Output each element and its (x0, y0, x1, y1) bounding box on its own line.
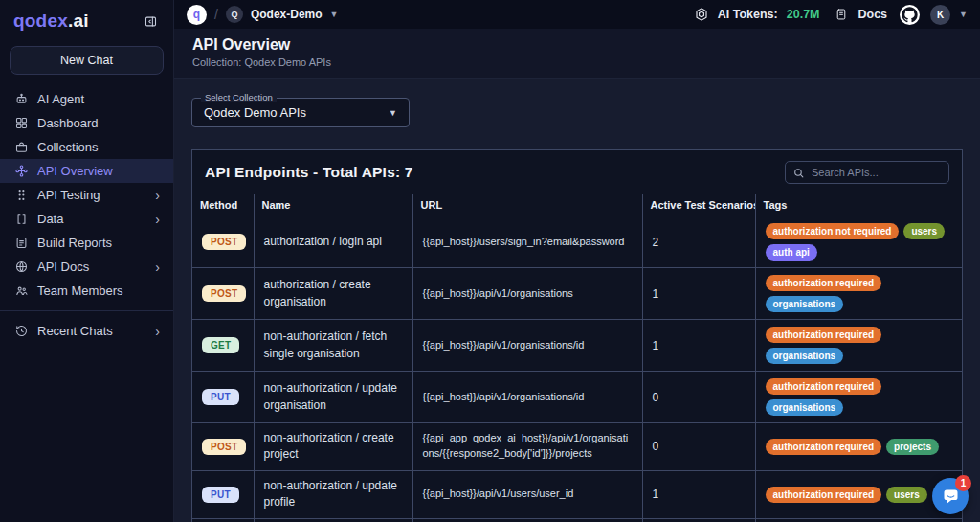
column-header: URL (412, 194, 642, 216)
app-root: qodex.ai New Chat AI Agent › Dashboard ›… (0, 0, 980, 522)
name-cell: non-authorization / update organisation (254, 372, 412, 423)
tag-pill: authorization required (766, 275, 882, 291)
collection-select-caret-icon: ▼ (389, 108, 397, 118)
search-icon (792, 166, 805, 178)
method-cell: POST (192, 268, 254, 320)
sidebar-item-collections[interactable]: Collections › (0, 135, 173, 159)
api-overview-icon (13, 164, 29, 179)
project-name[interactable]: Qodex-Demo (251, 8, 323, 21)
tags-cell: authorization requiredprojects (755, 423, 962, 471)
logo-row: qodex.ai (0, 0, 173, 42)
tag-pill: projects (886, 439, 939, 455)
url-cell: {{api_app_qodex_ai_host}}/api/v1/organis… (412, 423, 642, 471)
main-area: q / Q Qodex-Demo ▼ AI Tokens: 20.7M Docs… (174, 0, 980, 522)
sidebar-nav: AI Agent › Dashboard › Collections › API… (0, 87, 173, 343)
sidebar-item-label: Collections (37, 141, 99, 153)
github-icon[interactable] (900, 5, 920, 25)
sidebar-item-dashboard[interactable]: Dashboard › (0, 111, 173, 135)
table-row[interactable]: POST authorization / create organisation… (192, 268, 962, 320)
sidebar-item-api-testing[interactable]: API Testing › (0, 183, 173, 207)
sidebar-item-label: Data (37, 213, 63, 225)
scenarios-cell: 2 (642, 216, 755, 268)
sidebar-item-label: Team Members (37, 284, 123, 297)
project-avatar[interactable]: Q (226, 6, 243, 23)
table-row[interactable]: POST authorization / login api {{api_hos… (192, 216, 962, 268)
tags-cell: authorization requiredorganisations (755, 268, 962, 320)
tag-pill: auth api (766, 244, 817, 261)
docs-link[interactable]: Docs (858, 8, 888, 21)
sidebar-divider (0, 310, 173, 311)
logo-brand-text: qodex (13, 11, 68, 31)
url-cell: {{api_host}}/api/v1/organisations (412, 268, 642, 320)
tags-cell: authorization requiredorganisations (755, 372, 962, 423)
sidebar-collapse-icon[interactable] (144, 13, 160, 30)
breadcrumb-separator: / (214, 7, 218, 22)
endpoints-title: API Endpoints - Total APIs: 7 (205, 164, 413, 181)
breadcrumb: q / Q Qodex-Demo ▼ (187, 5, 339, 25)
sidebar-item-label: API Testing (37, 189, 100, 201)
sidebar-item-recent-chats[interactable]: Recent Chats › (0, 319, 173, 343)
workspace-avatar[interactable]: q (187, 5, 207, 25)
column-header: Active Test Scenarios (642, 194, 755, 216)
collection-select-value: Qodex Demo APIs (204, 105, 306, 120)
scenarios-cell: 0 (642, 518, 755, 522)
user-avatar[interactable]: K (930, 5, 950, 25)
sidebar-item-api-docs[interactable]: API Docs › (0, 255, 173, 279)
method-cell: POST (192, 423, 254, 471)
table-row[interactable]: PUT non-authorization / update organisat… (192, 372, 962, 423)
table-row[interactable]: GET non-authorization / fetch single org… (192, 320, 962, 372)
tags-wrap: authorization requiredusers (766, 487, 953, 503)
sidebar-item-data[interactable]: Data › (0, 207, 173, 231)
logo-suffix-text: .ai (68, 11, 89, 31)
search-box (785, 161, 949, 184)
url-cell: {{api_host}}/api/v1/organisations/id (412, 320, 642, 372)
docs-file-icon[interactable] (835, 7, 850, 22)
user-menu-chevron-down-icon[interactable]: ▼ (959, 10, 968, 19)
table-row[interactable]: PUT non-authorization / update profile {… (192, 470, 962, 518)
method-badge: POST (202, 285, 246, 302)
endpoints-panel: API Endpoints - Total APIs: 7 MethodName… (191, 149, 963, 522)
sidebar-item-label: AI Agent (37, 93, 84, 105)
new-chat-button[interactable]: New Chat (10, 46, 164, 75)
chevron-right-icon: › (155, 325, 160, 338)
sidebar-item-team-members[interactable]: Team Members › (0, 279, 173, 303)
column-header: Name (254, 194, 412, 216)
page-header: API Overview Collection: Qodex Demo APIs (174, 29, 980, 79)
collection-select[interactable]: Select Collection Qodex Demo APIs ▼ (191, 98, 410, 127)
table-row[interactable]: POST non-authorization / invite a member… (192, 518, 962, 522)
sidebar-item-api-overview[interactable]: API Overview › (0, 159, 173, 183)
project-chevron-down-icon[interactable]: ▼ (330, 10, 339, 19)
tag-pill: users (903, 223, 945, 239)
url-cell: {{api_host}}/api/v1/projects/project_id/… (412, 518, 642, 522)
topbar-actions: AI Tokens: 20.7M Docs K ▼ (694, 5, 968, 25)
collections-icon (13, 140, 29, 155)
column-header: Tags (755, 194, 962, 216)
endpoints-table-body: POST authorization / login api {{api_hos… (192, 216, 962, 522)
api-testing-icon (13, 188, 29, 203)
scenarios-cell: 0 (642, 372, 755, 423)
data-brackets-icon (13, 212, 29, 227)
name-cell: non-authorization / invite a member (254, 518, 412, 522)
table-row[interactable]: POST non-authorization / create project … (192, 423, 962, 471)
tags-wrap: authorization requiredorganisations (766, 275, 953, 312)
search-input[interactable] (785, 161, 949, 184)
endpoints-table: MethodNameURLActive Test ScenariosTags P… (192, 194, 962, 522)
chat-launcher-button[interactable]: 1 (932, 478, 969, 514)
sidebar-item-ai-agent[interactable]: AI Agent › (0, 87, 173, 111)
tags-wrap: authorization requiredprojects (766, 439, 953, 455)
sidebar-item-label: Recent Chats (37, 325, 113, 337)
name-cell: authorization / login api (254, 216, 412, 268)
dashboard-icon (13, 116, 29, 131)
tags-cell: authorization requiredusers (755, 470, 962, 518)
content: Select Collection Qodex Demo APIs ▼ API … (174, 79, 980, 522)
sidebar-item-label: API Overview (37, 165, 113, 177)
url-cell: {{api_host}}/api/v1/users/user_id (412, 470, 642, 518)
api-docs-icon (13, 260, 29, 275)
method-badge: PUT (202, 487, 239, 503)
recent-chats-icon (13, 324, 29, 339)
tag-pill: authorization required (766, 487, 882, 503)
tag-pill: authorization required (766, 439, 882, 455)
method-cell: PUT (192, 372, 254, 423)
method-cell: GET (192, 320, 254, 372)
sidebar-item-build-reports[interactable]: Build Reports › (0, 231, 173, 255)
